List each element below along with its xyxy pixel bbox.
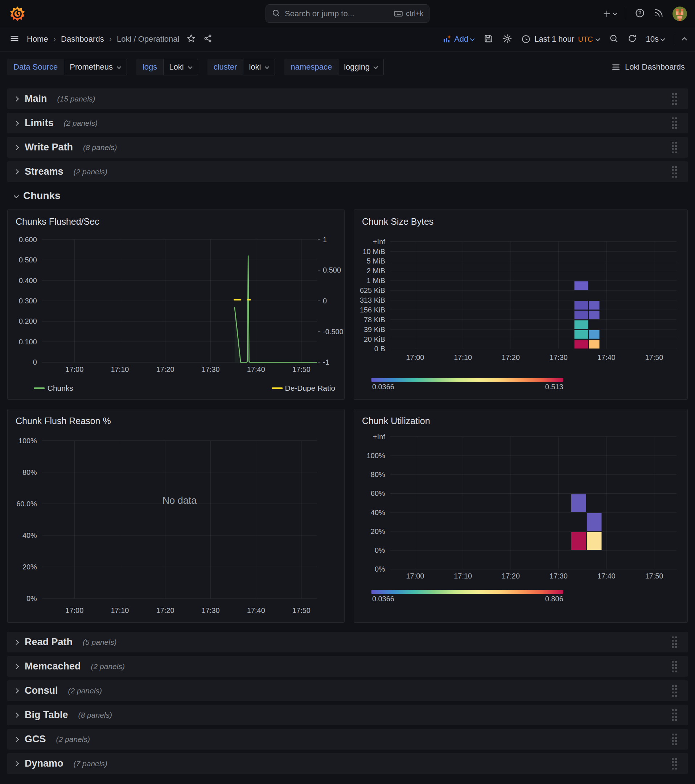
breadcrumb-dashboards[interactable]: Dashboards xyxy=(61,35,104,44)
svg-text:0.806: 0.806 xyxy=(545,595,563,603)
svg-text:156 KiB: 156 KiB xyxy=(360,306,385,314)
svg-text:0.100: 0.100 xyxy=(19,338,37,346)
chevron-right-icon xyxy=(14,169,19,174)
user-avatar[interactable] xyxy=(672,7,687,21)
search-input[interactable] xyxy=(285,9,389,18)
dashboard-row-write-path[interactable]: Write Path(8 panels) xyxy=(7,137,688,158)
dashboard-row-memcached[interactable]: Memcached(2 panels) xyxy=(7,656,688,677)
svg-text:60.0%: 60.0% xyxy=(17,500,37,508)
variable-value-dropdown[interactable]: logging xyxy=(338,59,384,76)
chevron-down-icon xyxy=(595,36,600,41)
svg-text:17:20: 17:20 xyxy=(502,572,520,580)
chart-area: 17:0017:1017:2017:3017:4017:500.6000.500… xyxy=(8,210,344,399)
zoom-out-icon[interactable] xyxy=(609,34,619,44)
add-panel-button[interactable]: Add xyxy=(442,35,474,44)
panel-title[interactable]: Chunk Size Bytes xyxy=(362,216,434,227)
breadcrumb-separator: › xyxy=(53,35,56,44)
row-drag-handle[interactable] xyxy=(672,709,677,721)
news-rss-icon[interactable] xyxy=(654,8,664,20)
chart-area: 17:0017:1017:2017:3017:4017:50+Inf10 MiB… xyxy=(354,210,687,399)
row-drag-handle[interactable] xyxy=(672,734,677,745)
svg-text:0%: 0% xyxy=(375,565,385,573)
row-title: Limits xyxy=(25,117,54,128)
row-drag-handle[interactable] xyxy=(672,661,677,672)
help-icon[interactable] xyxy=(635,8,645,20)
svg-text:17:30: 17:30 xyxy=(202,366,220,373)
variable-cluster: clusterloki xyxy=(208,59,275,76)
row-panel-count: (8 panels) xyxy=(83,143,117,152)
row-title: Read Path xyxy=(25,636,73,648)
panel-title[interactable]: Chunks Flushed/Sec xyxy=(16,216,99,227)
dashboard-row-big-table[interactable]: Big Table(8 panels) xyxy=(7,705,688,725)
save-dashboard-icon[interactable] xyxy=(484,34,493,45)
svg-text:5 MiB: 5 MiB xyxy=(367,257,385,265)
refresh-icon[interactable] xyxy=(627,34,637,44)
mega-menu-icon[interactable] xyxy=(10,33,20,45)
row-drag-handle[interactable] xyxy=(672,636,677,648)
breadcrumb-home[interactable]: Home xyxy=(27,35,48,44)
dashboard-row-dynamo[interactable]: Dynamo(7 panels) xyxy=(7,753,688,774)
dashboard-row-gcs[interactable]: GCS(2 panels) xyxy=(7,729,688,749)
dashboard-row-consul[interactable]: Consul(2 panels) xyxy=(7,680,688,701)
panel-chunks-flushed-sec: 17:0017:1017:2017:3017:4017:500.6000.500… xyxy=(7,209,345,400)
svg-text:+Inf: +Inf xyxy=(373,238,385,246)
row-drag-handle[interactable] xyxy=(672,142,677,153)
row-drag-handle[interactable] xyxy=(672,93,677,105)
dashboard-row-streams[interactable]: Streams(2 panels) xyxy=(7,161,688,182)
chevron-right-icon xyxy=(14,145,19,150)
collapsed-rows-top: Main(15 panels)Limits(2 panels)Write Pat… xyxy=(7,89,688,182)
svg-text:100%: 100% xyxy=(367,451,385,460)
svg-text:100%: 100% xyxy=(18,437,37,445)
refresh-interval-dropdown[interactable]: 10s xyxy=(646,35,665,44)
svg-text:17:00: 17:00 xyxy=(65,606,83,614)
dashboard-row-read-path[interactable]: Read Path(5 panels) xyxy=(7,632,688,652)
panel-grid: 17:0017:1017:2017:3017:4017:500.6000.500… xyxy=(7,209,688,623)
svg-text:17:10: 17:10 xyxy=(111,366,129,373)
chevron-down-icon xyxy=(188,64,192,69)
grafana-logo-icon[interactable] xyxy=(10,6,25,22)
global-search[interactable]: ctrl+k xyxy=(266,4,429,23)
variable-value-dropdown[interactable]: Prometheus xyxy=(64,59,127,76)
row-drag-handle[interactable] xyxy=(672,117,677,129)
row-drag-handle[interactable] xyxy=(672,758,677,769)
dashboard-row-limits[interactable]: Limits(2 panels) xyxy=(7,113,688,133)
svg-text:0.400: 0.400 xyxy=(19,277,37,285)
svg-text:17:30: 17:30 xyxy=(202,606,220,614)
chevron-right-icon xyxy=(14,712,19,717)
svg-text:17:20: 17:20 xyxy=(502,353,520,361)
dashboard-settings-icon[interactable] xyxy=(502,34,512,45)
share-icon[interactable] xyxy=(203,34,213,44)
svg-text:17:20: 17:20 xyxy=(156,366,175,373)
svg-text:0: 0 xyxy=(33,358,37,366)
svg-text:20%: 20% xyxy=(371,527,385,535)
favorite-star-icon[interactable] xyxy=(187,34,196,44)
svg-text:-1: -1 xyxy=(323,358,329,366)
chevron-right-icon xyxy=(14,639,19,644)
chart-canvas: 17:0017:1017:2017:3017:4017:50+Inf10 MiB… xyxy=(354,210,687,399)
row-title: Streams xyxy=(25,166,63,177)
svg-text:17:30: 17:30 xyxy=(550,353,568,361)
svg-text:17:10: 17:10 xyxy=(111,606,129,614)
panel-title[interactable]: Chunk Flush Reason % xyxy=(16,416,111,426)
panel-title[interactable]: Chunk Utilization xyxy=(362,416,430,426)
panel-chunk-size-bytes: 17:0017:1017:2017:3017:4017:50+Inf10 MiB… xyxy=(354,209,688,400)
row-header-s3[interactable]: S3 xyxy=(15,779,688,784)
variable-value-dropdown[interactable]: Loki xyxy=(163,59,198,76)
chart-canvas: 17:0017:1017:2017:3017:4017:50+Inf100%80… xyxy=(354,409,687,623)
timezone-label: UTC xyxy=(578,35,593,43)
variable-value-dropdown[interactable]: loki xyxy=(243,59,275,76)
loki-dashboards-link[interactable]: Loki Dashboards xyxy=(611,63,688,72)
search-shortcut: ctrl+k xyxy=(394,9,423,18)
time-range-picker[interactable]: Last 1 hour UTC xyxy=(521,35,599,44)
breadcrumb-separator: › xyxy=(109,35,112,44)
dashboard-row-main[interactable]: Main(15 panels) xyxy=(7,89,688,109)
variable-label: Data Source xyxy=(7,59,64,76)
row-header-chunks[interactable]: Chunks xyxy=(15,187,688,204)
row-drag-handle[interactable] xyxy=(672,685,677,697)
collapse-header-chevron-up-icon[interactable] xyxy=(682,37,687,43)
svg-text:40%: 40% xyxy=(23,531,37,539)
new-item-button[interactable] xyxy=(602,9,617,18)
svg-text:20 KiB: 20 KiB xyxy=(364,335,385,343)
row-panel-count: (2 panels) xyxy=(56,735,90,744)
row-drag-handle[interactable] xyxy=(672,166,677,178)
